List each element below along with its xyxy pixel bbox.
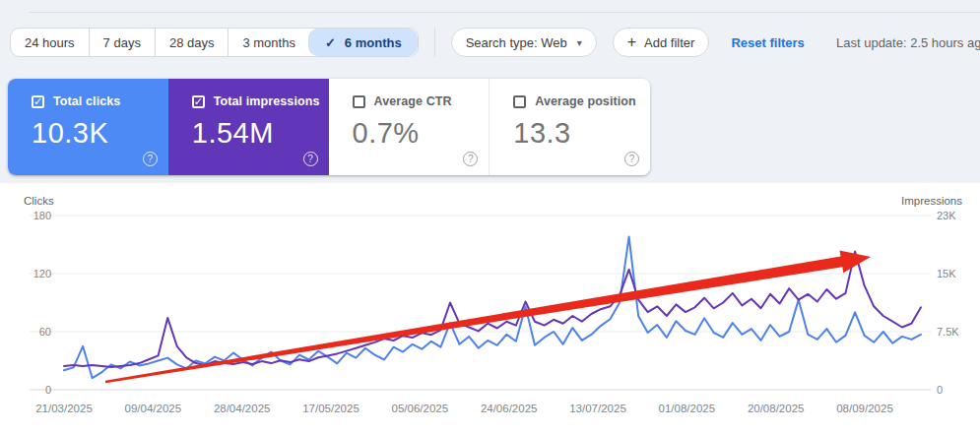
svg-text:01/08/2025: 01/08/2025: [659, 403, 716, 414]
trend-arrow-annotation: [105, 251, 871, 384]
date-range-label: 3 months: [242, 35, 294, 50]
svg-text:08/09/2025: 08/09/2025: [836, 403, 893, 414]
toolbar-divider: [434, 28, 435, 57]
date-range-label: 24 hours: [25, 35, 75, 50]
date-range-label: 7 days: [103, 35, 141, 50]
metric-cards-row: ✓ Total clicks 10.3K ? ✓ Total impressio…: [8, 79, 650, 175]
checkbox-checked-icon[interactable]: ✓: [192, 95, 205, 108]
metric-card-value: 1.54M: [192, 117, 329, 150]
svg-text:120: 120: [33, 268, 51, 279]
metric-card-label: Total clicks: [53, 94, 120, 108]
performance-chart-panel: ClicksImpressions18012060023K15K7.5K021/…: [0, 183, 980, 434]
metric-card-label: Average CTR: [374, 94, 452, 108]
metric-card-header: Average position: [513, 94, 650, 108]
search-console-performance-page: { "icons": { "check": "✓", "caret_down":…: [0, 0, 980, 434]
checkbox-checked-icon[interactable]: ✓: [32, 95, 44, 108]
plus-icon: +: [627, 33, 636, 51]
date-range-3-months[interactable]: 3 months: [228, 29, 308, 56]
svg-text:28/04/2025: 28/04/2025: [214, 403, 271, 414]
svg-text:7.5K: 7.5K: [937, 326, 959, 338]
search-type-dropdown[interactable]: Search type: Web ▾: [451, 28, 597, 57]
metric-card-label: Total impressions: [214, 94, 320, 108]
date-range-7-days[interactable]: 7 days: [89, 29, 155, 56]
metric-card-header: ✓ Total clicks: [32, 94, 168, 108]
add-filter-button[interactable]: + Add filter: [613, 28, 710, 57]
svg-text:13/07/2025: 13/07/2025: [569, 403, 626, 414]
svg-text:09/04/2025: 09/04/2025: [125, 403, 182, 414]
date-range-24-hours[interactable]: 24 hours: [11, 29, 89, 56]
svg-text:60: 60: [39, 326, 51, 338]
svg-text:21/03/2025: 21/03/2025: [35, 403, 93, 414]
svg-text:0: 0: [45, 384, 51, 396]
date-range-label: 28 days: [169, 35, 215, 50]
checkbox-unchecked-icon[interactable]: [353, 95, 365, 108]
svg-text:17/05/2025: 17/05/2025: [302, 403, 359, 414]
check-icon: ✓: [325, 35, 336, 50]
metric-card-value: 13.3: [513, 117, 650, 150]
date-range-label: 6 months: [345, 35, 402, 50]
svg-text:05/06/2025: 05/06/2025: [392, 403, 449, 414]
metric-card-value: 10.3K: [32, 117, 168, 150]
help-icon[interactable]: ?: [303, 152, 318, 166]
metric-card-average-position[interactable]: Average position 13.3 ?: [489, 79, 650, 175]
svg-text:15K: 15K: [937, 268, 956, 279]
svg-text:24/06/2025: 24/06/2025: [481, 403, 538, 414]
metric-card-average-ctr[interactable]: Average CTR 0.7% ?: [329, 79, 490, 175]
svg-text:Clicks: Clicks: [24, 195, 54, 207]
svg-text:Impressions: Impressions: [901, 195, 962, 207]
filter-toolbar: 24 hours 7 days 28 days 3 months ✓ 6 mon…: [10, 28, 805, 57]
date-range-28-days[interactable]: 28 days: [155, 29, 229, 56]
chevron-down-icon: ▾: [577, 37, 582, 48]
svg-text:180: 180: [33, 210, 51, 221]
performance-chart[interactable]: ClicksImpressions18012060023K15K7.5K021/…: [0, 183, 980, 434]
checkbox-unchecked-icon[interactable]: [513, 95, 526, 108]
reset-filters-link[interactable]: Reset filters: [731, 35, 804, 50]
help-icon[interactable]: ?: [463, 152, 478, 166]
svg-text:0: 0: [937, 384, 943, 396]
metric-card-header: Average CTR: [353, 94, 490, 108]
date-range-6-months-selected[interactable]: ✓ 6 months: [308, 29, 418, 56]
metric-card-header: ✓ Total impressions: [192, 94, 329, 108]
search-type-label: Search type: Web: [466, 35, 567, 50]
add-filter-label: Add filter: [644, 35, 694, 50]
metric-card-value: 0.7%: [353, 117, 490, 150]
svg-text:20/08/2025: 20/08/2025: [748, 403, 805, 414]
metric-card-label: Average position: [535, 94, 636, 108]
svg-text:23K: 23K: [937, 210, 956, 221]
metric-card-total-clicks[interactable]: ✓ Total clicks 10.3K ?: [8, 79, 168, 175]
help-icon[interactable]: ?: [143, 152, 158, 166]
metric-card-total-impressions[interactable]: ✓ Total impressions 1.54M ?: [168, 79, 329, 175]
date-range-group: 24 hours 7 days 28 days 3 months ✓ 6 mon…: [10, 28, 419, 57]
help-icon[interactable]: ?: [624, 152, 639, 166]
last-update-text: Last update: 2.5 hours ago: [836, 35, 980, 50]
header-divider: [30, 12, 980, 13]
